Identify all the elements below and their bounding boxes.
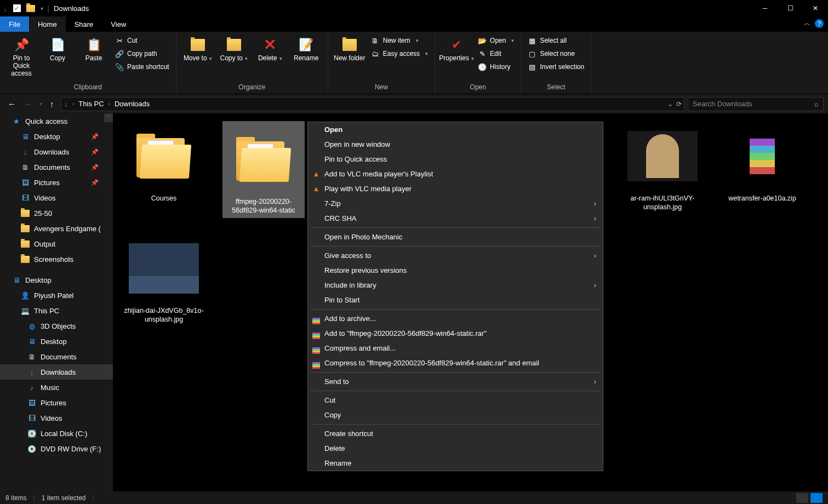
history-button[interactable]: 🕓History [476,61,516,72]
sidebar-documents2[interactable]: 🗎Documents [0,349,113,364]
qat-properties-icon[interactable]: ✓ [13,4,21,12]
paste-button[interactable]: 📋Paste [77,34,111,62]
ctx-add-archive[interactable]: Add to archive... [308,311,603,326]
location-icon: ↓ [65,100,68,108]
ctx-vlc-playlist[interactable]: ▲Add to VLC media player's Playlist [308,167,603,181]
ctx-create-shortcut[interactable]: Create shortcut [308,426,603,441]
sidebar-music[interactable]: ♪Music [0,380,113,395]
refresh-icon[interactable]: ⟳ [676,100,682,108]
copy-button[interactable]: 📄Copy [41,34,75,62]
sidebar-dvd-drive[interactable]: 💿DVD RW Drive (F:) [0,441,113,456]
sidebar-downloads[interactable]: ↓Downloads📌 [0,144,113,159]
sidebar-videos2[interactable]: 🎞Videos [0,410,113,426]
delete-button[interactable]: ✕Delete [253,34,287,62]
submenu-arrow-icon: › [594,281,596,289]
qat-dropdown-icon[interactable]: ↓ [3,4,8,13]
ctx-pin-start[interactable]: Pin to Start [308,293,603,307]
ctx-include-library[interactable]: Include in library› [308,278,603,293]
sidebar-desktop3[interactable]: 🖥Desktop [0,334,113,349]
rename-button[interactable]: 📝Rename [289,34,323,62]
move-to-button[interactable]: Move to [181,34,215,62]
folder-item-courses[interactable]: Courses [123,121,205,218]
search-input[interactable]: Search Downloads ⌕ [688,97,824,111]
sidebar-this-pc[interactable]: 💻This PC [0,303,113,318]
select-none-button[interactable]: ▢Select none [526,48,586,59]
ctx-cut[interactable]: Cut [308,393,603,408]
sidebar-desktop[interactable]: 🖥Desktop📌 [0,129,113,144]
sidebar-pictures2[interactable]: 🖼Pictures [0,395,113,410]
open-button[interactable]: 📂Open [476,35,516,46]
image-item-rarram[interactable]: ar-ram-ihULI3tGnVY-unsplash.jpg [621,121,704,218]
winrar-icon [311,357,321,369]
ctx-add-rar[interactable]: Add to "ffmpeg-20200220-56df829-win64-st… [308,326,603,341]
image-item-zhijian[interactable]: zhijian-dai-JXdVGb_8v1o-unsplash.jpg [123,233,205,324]
ctx-open[interactable]: Open [308,122,603,137]
vlc-icon: ▲ [311,170,321,178]
crumb-this-pc[interactable]: This PC [78,100,104,108]
zip-item-wetransfer[interactable]: wetransfer-a0e10a.zip [721,121,803,218]
ctx-compress-rar-email[interactable]: Compress to "ffmpeg-20200220-56df829-win… [308,356,603,370]
ctx-photo-mechanic[interactable]: Open in Photo Mechanic [308,230,603,244]
edit-button[interactable]: ✎Edit [476,48,516,59]
qat-folder-icon[interactable] [26,5,35,12]
paste-shortcut-button[interactable]: 📎Paste shortcut [113,61,172,72]
sidebar-screenshots[interactable]: Screenshots [0,251,113,267]
new-item-button[interactable]: 🗎New item [369,35,430,46]
crumb-downloads[interactable]: Downloads [115,100,150,108]
properties-button[interactable]: ✔Properties [439,34,473,62]
close-button[interactable]: ✕ [803,0,828,16]
up-button[interactable]: ↑ [50,99,54,108]
ctx-rename[interactable]: Rename [308,456,603,471]
collapse-ribbon-icon[interactable]: ︿ [804,19,810,28]
view-details-button[interactable] [796,493,808,503]
sidebar-downloads2[interactable]: ↓Downloads [0,364,113,380]
back-button[interactable]: ← [8,99,16,108]
sidebar-pictures[interactable]: 🖼Pictures📌 [0,175,113,190]
invert-selection-button[interactable]: ▨Invert selection [526,61,586,72]
sidebar-local-disk-c[interactable]: 💽Local Disk (C:) [0,426,113,441]
maximize-button[interactable]: ☐ [778,0,803,16]
cut-button[interactable]: ✂Cut [113,35,172,46]
tab-file[interactable]: File [0,16,29,32]
ctx-open-new-window[interactable]: Open in new window [308,137,603,152]
status-bar: 8 items | 1 item selected | [0,491,828,504]
ctx-delete[interactable]: Delete [308,441,603,456]
ctx-pin-quick-access[interactable]: Pin to Quick access [308,152,603,167]
ctx-compress-email[interactable]: Compress and email... [308,341,603,356]
ctx-give-access[interactable]: Give access to› [308,248,603,263]
sidebar-avengers[interactable]: Avengers Endgame ( [0,221,113,236]
tab-view[interactable]: View [102,16,135,32]
sidebar-25-50[interactable]: 25-50 [0,205,113,221]
address-dropdown-icon[interactable]: ⌄ [667,100,673,108]
sidebar-user[interactable]: 👤Piyush Patel [0,288,113,303]
address-bar[interactable]: ↓ › This PC › Downloads ⌄ ⟳ [61,97,685,111]
help-icon[interactable]: ? [815,19,824,28]
ctx-send-to[interactable]: Send to› [308,374,603,389]
ctx-crc-sha[interactable]: CRC SHA› [308,211,603,226]
sidebar-videos[interactable]: 🎞Videos [0,190,113,205]
ctx-7zip[interactable]: 7-Zip› [308,196,603,211]
folder-item-ffmpeg[interactable]: ffmpeg-20200220-56df829-win64-static [222,121,305,218]
pin-quick-access-button[interactable]: 📌Pin to Quick access [4,34,38,77]
sidebar-3d-objects[interactable]: ◍3D Objects [0,318,113,334]
ctx-vlc-play[interactable]: ▲Play with VLC media player [308,181,603,196]
qat-customize-icon[interactable]: ▾ [41,5,43,12]
select-all-button[interactable]: ▦Select all [526,35,586,46]
sidebar-documents[interactable]: 🗎Documents📌 [0,159,113,175]
tab-share[interactable]: Share [66,16,102,32]
recent-locations-icon[interactable]: ▾ [39,101,42,107]
sidebar-desktop-root[interactable]: 🖥Desktop [0,272,113,288]
tab-home[interactable]: Home [29,16,66,32]
easy-access-button[interactable]: 🗂Easy access [369,48,430,59]
view-large-icons-button[interactable] [810,493,823,503]
forward-button[interactable]: → [24,99,32,108]
group-organize-label: Organize [181,82,323,94]
ctx-restore-versions[interactable]: Restore previous versions [308,263,603,278]
new-folder-button[interactable]: New folder [333,34,367,62]
sidebar-quick-access[interactable]: ★Quick access [0,113,113,129]
ctx-copy[interactable]: Copy [308,408,603,422]
sidebar-output[interactable]: Output [0,236,113,251]
copy-path-button[interactable]: 🔗Copy path [113,48,172,59]
copy-to-button[interactable]: Copy to [217,34,251,62]
minimize-button[interactable]: ─ [752,0,778,16]
